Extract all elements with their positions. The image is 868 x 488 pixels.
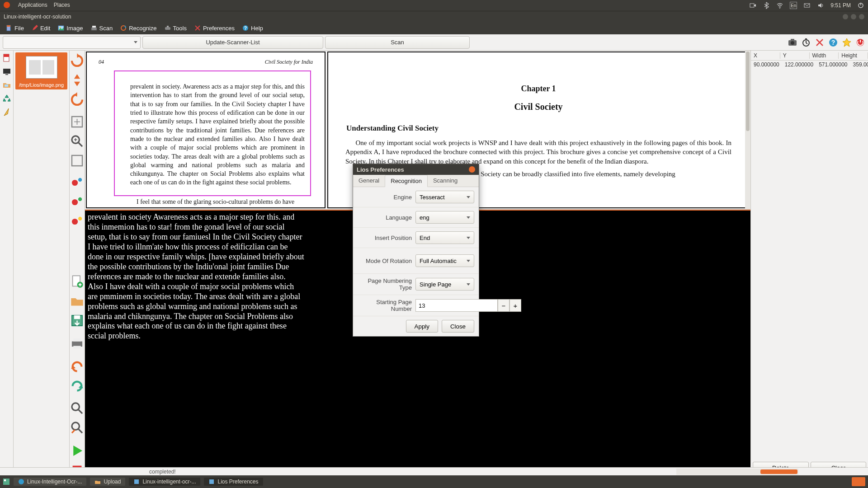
scan-button[interactable]: Scan bbox=[325, 36, 470, 49]
mark-yellow-icon[interactable] bbox=[70, 214, 85, 229]
tools-icon[interactable] bbox=[815, 38, 825, 47]
svg-rect-48 bbox=[4, 479, 6, 481]
image-thumbnail[interactable]: /tmp/Lios/image.png bbox=[15, 52, 67, 89]
minimize-button[interactable] bbox=[843, 14, 848, 19]
undo-icon[interactable] bbox=[70, 359, 85, 374]
flip-vertical-icon[interactable] bbox=[70, 73, 85, 88]
camera-icon[interactable] bbox=[788, 38, 797, 47]
find-replace-icon[interactable] bbox=[70, 420, 85, 435]
places-menu[interactable]: Places bbox=[54, 2, 70, 9]
maximize-button[interactable] bbox=[851, 14, 856, 19]
preview-scrollbar-vertical[interactable] bbox=[745, 51, 750, 209]
menu-image[interactable]: Image bbox=[55, 23, 85, 33]
col-h[interactable]: Height bbox=[839, 52, 868, 59]
zoom-original-icon[interactable] bbox=[70, 153, 85, 168]
svg-rect-5 bbox=[7, 25, 10, 27]
scanner-combo[interactable] bbox=[3, 36, 141, 49]
applications-menu[interactable]: Applications bbox=[18, 2, 47, 9]
mark-green-icon[interactable] bbox=[70, 195, 85, 210]
save-icon[interactable] bbox=[70, 313, 85, 328]
menu-preferences[interactable]: Preferences bbox=[191, 23, 237, 33]
insert-position-select[interactable]: End bbox=[415, 231, 474, 244]
screen-icon[interactable] bbox=[2, 67, 11, 76]
close-button[interactable] bbox=[859, 14, 864, 19]
svg-point-31 bbox=[72, 180, 78, 186]
print-icon[interactable] bbox=[70, 336, 85, 351]
ubuntu-logo-icon[interactable] bbox=[4, 2, 12, 9]
menu-edit[interactable]: Edit bbox=[28, 23, 53, 33]
rotate-right-icon[interactable] bbox=[70, 53, 85, 68]
wifi-icon[interactable] bbox=[776, 2, 783, 9]
menu-help[interactable]: ?Help bbox=[239, 23, 266, 33]
screen-recorder-icon[interactable] bbox=[749, 2, 756, 9]
tab-scanning[interactable]: Scanning bbox=[428, 175, 463, 187]
recycle-icon[interactable] bbox=[2, 94, 11, 103]
task-lios-preferences[interactable]: Lios Preferences bbox=[204, 478, 263, 486]
start-page-input[interactable] bbox=[415, 299, 498, 312]
dialog-close-icon[interactable] bbox=[469, 166, 475, 173]
col-w[interactable]: Width bbox=[810, 52, 839, 59]
row-engine: Engine Tesseract bbox=[353, 187, 479, 207]
language-select[interactable]: eng bbox=[415, 211, 474, 224]
tab-recognition[interactable]: Recognition bbox=[385, 175, 428, 187]
menu-scan[interactable]: Scan bbox=[88, 23, 116, 33]
keyboard-indicator[interactable]: En bbox=[790, 2, 797, 9]
spinner-plus[interactable]: + bbox=[509, 299, 521, 312]
status-scrollbar[interactable] bbox=[676, 469, 798, 475]
timer-icon[interactable] bbox=[801, 38, 811, 47]
task-lios-main[interactable]: Linux-intelligent-ocr-... bbox=[129, 478, 200, 486]
bluetooth-icon[interactable] bbox=[763, 2, 770, 9]
svg-point-35 bbox=[72, 219, 78, 225]
svg-point-34 bbox=[78, 197, 82, 201]
engine-label: Engine bbox=[358, 194, 412, 201]
zoom-fit-icon[interactable] bbox=[70, 114, 85, 129]
col-x[interactable]: X bbox=[751, 52, 780, 59]
find-icon[interactable] bbox=[70, 401, 85, 416]
mail-icon[interactable] bbox=[803, 2, 811, 9]
window-titlebar: Linux-intelligent-ocr-solution bbox=[0, 11, 868, 22]
zoom-in-icon[interactable] bbox=[70, 134, 85, 149]
redo-icon[interactable] bbox=[70, 379, 85, 394]
spinner-minus[interactable]: − bbox=[498, 299, 509, 312]
svg-point-32 bbox=[78, 178, 82, 182]
star-icon[interactable] bbox=[842, 38, 852, 47]
new-page-icon[interactable] bbox=[70, 274, 85, 289]
svg-point-44 bbox=[72, 403, 80, 411]
broom-icon[interactable] bbox=[2, 108, 11, 117]
tab-general[interactable]: General bbox=[353, 175, 385, 187]
page-left-tail: I feel that some of the glaring socio-cu… bbox=[137, 198, 305, 206]
workspace-switcher[interactable] bbox=[852, 477, 865, 486]
regions-grid-row[interactable]: 90.000000 122.000000 571.000000 359.0000… bbox=[751, 61, 868, 69]
regions-grid-header: X Y Width Height bbox=[751, 51, 868, 61]
menu-file[interactable]: File bbox=[3, 23, 27, 33]
col-y[interactable]: Y bbox=[780, 52, 810, 59]
update-scanner-list-button[interactable]: Update-Scanner-List bbox=[142, 36, 323, 49]
open-folder-icon[interactable] bbox=[70, 294, 85, 309]
rotation-select[interactable]: Full Automatic bbox=[415, 254, 474, 267]
help-icon[interactable]: ? bbox=[828, 38, 838, 47]
numbering-select[interactable]: Single Page bbox=[415, 278, 474, 291]
power-icon[interactable] bbox=[857, 2, 864, 9]
row-start-page: Starting Page Number − + bbox=[353, 295, 479, 316]
quit-icon[interactable] bbox=[855, 38, 865, 47]
dialog-titlebar[interactable]: Lios Preferences bbox=[353, 164, 479, 175]
show-desktop-icon[interactable] bbox=[3, 478, 10, 485]
menu-tools[interactable]: Tools bbox=[161, 23, 189, 33]
mark-red-icon[interactable] bbox=[70, 175, 85, 190]
volume-icon[interactable] bbox=[817, 2, 824, 9]
close-dialog-button[interactable]: Close bbox=[442, 320, 474, 333]
pdf-icon[interactable] bbox=[2, 53, 11, 62]
bottom-taskbar: Linux-Intelligent-Ocr-... Upload Linux-i… bbox=[0, 475, 868, 488]
engine-select[interactable]: Tesseract bbox=[415, 191, 474, 203]
svg-rect-0 bbox=[750, 4, 754, 7]
folder-images-icon[interactable] bbox=[2, 80, 11, 89]
task-lios-help[interactable]: Linux-Intelligent-Ocr-... bbox=[14, 478, 86, 486]
apply-button[interactable]: Apply bbox=[406, 320, 438, 333]
page-left-text: prevalent in society. Awareness acts as … bbox=[130, 82, 305, 187]
status-bar: completed! bbox=[0, 467, 868, 475]
play-icon[interactable] bbox=[70, 443, 85, 458]
menu-recognize[interactable]: Recognize bbox=[117, 23, 159, 33]
rotate-left-icon[interactable] bbox=[70, 92, 85, 107]
task-upload[interactable]: Upload bbox=[90, 478, 125, 486]
clock[interactable]: 9:51 PM bbox=[830, 2, 851, 9]
